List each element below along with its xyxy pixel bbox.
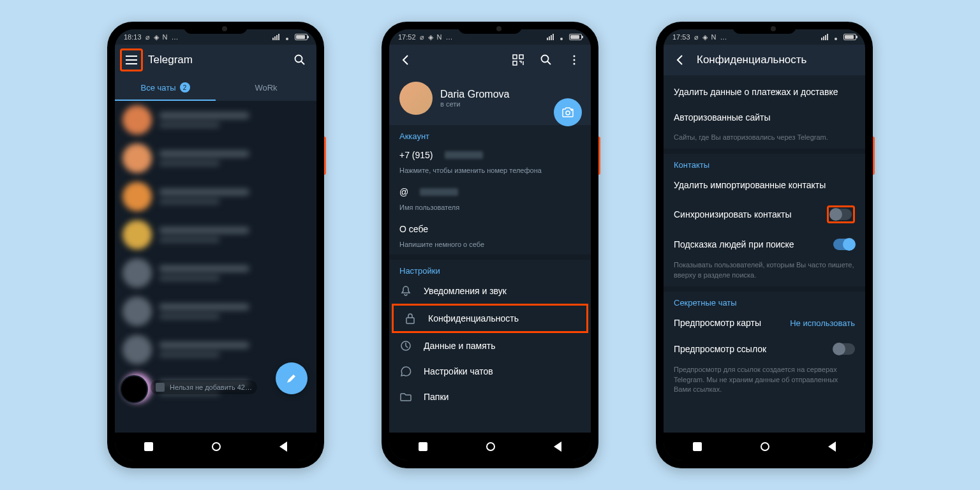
svg-point-4 [542,56,549,63]
telegram-indicator-icon: ◈ [154,33,159,41]
status-time: 17:52 [398,33,416,41]
qr-icon[interactable] [507,48,530,71]
menu-button[interactable] [120,48,143,71]
home-button[interactable] [761,442,769,451]
battery-icon [569,34,582,40]
row-sync-contacts[interactable]: Синхронизировать контакты [664,198,865,231]
section-contacts: Контакты [664,154,865,172]
signal-icon [821,34,828,40]
chat-icon [399,365,412,378]
settings-chat[interactable]: Настройки чатов [389,359,591,384]
android-navbar [664,433,865,461]
battery-icon [295,34,308,40]
data-icon [399,339,412,352]
mute-icon: ⌀ [145,33,150,41]
tab-all-chats[interactable]: Все чаты 2 [115,75,216,101]
signal-icon [272,34,279,40]
recents-button[interactable] [144,442,153,451]
battery-icon [843,34,856,40]
android-navbar [389,433,591,461]
phone-frame-2: 17:52 ⌀◈N… [382,22,598,468]
profile-status: в сети [440,100,509,108]
toggle-sync-contacts[interactable] [830,209,852,220]
redacted-username [420,188,458,196]
app-indicator-icon: N [163,33,168,41]
wifi-icon [558,34,565,40]
page-title: Конфиденциальность [697,54,860,66]
chat-list[interactable]: Нельзя не добавить 42… [115,101,316,433]
svg-rect-3 [513,61,517,65]
back-arrow-button[interactable] [394,48,417,71]
more-menu-icon[interactable] [563,48,586,71]
search-icon[interactable] [288,48,311,71]
android-navbar [115,433,316,461]
section-settings: Настройки [389,260,591,278]
tab-work[interactable]: WoRk [216,75,316,101]
tab-badge: 2 [180,82,190,93]
set-photo-fab[interactable] [554,98,582,126]
account-username-row[interactable]: @ [389,181,591,204]
account-bio-row[interactable]: О себе [389,218,591,241]
row-auth-sites[interactable]: Авторизованные сайты [664,105,865,130]
svg-rect-2 [519,55,523,59]
svg-point-8 [566,111,570,115]
row-link-preview[interactable]: Предпросмотр ссылок [664,336,865,362]
redacted-phone [445,151,483,159]
svg-point-0 [295,56,302,63]
recents-button[interactable] [419,442,427,451]
row-suggest-people[interactable]: Подсказка людей при поиске [664,231,865,258]
settings-privacy[interactable]: Конфиденциальность [392,304,588,333]
row-map-preview[interactable]: Предпросмотр карты Не использовать [664,310,865,336]
phone-frame-3: 17:53 ⌀◈N… Конфиденциальность Удалить да… [656,22,873,468]
svg-point-6 [574,59,575,61]
app-title: Telegram [148,54,283,66]
signal-icon [547,34,554,40]
status-time: 18:13 [124,33,142,41]
folder-icon [399,390,412,403]
section-secret-chats: Секретные чаты [664,292,865,310]
settings-folders[interactable]: Папки [389,384,591,410]
wifi-icon [832,34,840,40]
bell-icon [399,285,412,297]
story-bubble[interactable] [120,375,148,403]
back-button[interactable] [828,442,836,452]
wifi-icon [283,34,291,40]
settings-notifications[interactable]: Уведомления и звук [389,278,591,304]
home-button[interactable] [486,442,495,451]
search-icon[interactable] [535,48,558,71]
story-hint: Нельзя не добавить 42… [151,380,257,394]
home-button[interactable] [212,442,221,451]
status-time: 17:53 [672,33,690,41]
svg-point-7 [574,63,575,65]
toggle-suggest-people[interactable] [833,239,855,250]
back-button[interactable] [279,442,287,452]
svg-rect-1 [513,55,517,59]
compose-fab[interactable] [276,362,308,394]
section-account: Аккаунт [389,125,591,144]
settings-data[interactable]: Данные и память [389,333,591,359]
more-indicator: … [171,33,178,41]
back-arrow-button[interactable] [669,48,692,71]
row-delete-contacts[interactable]: Удалить импортированные контакты [664,172,865,198]
svg-point-5 [574,56,575,57]
avatar[interactable] [399,82,433,115]
phone-frame-1: 18:13 ⌀ ◈ N … Telegram Все чаты [107,22,324,468]
row-delete-payments[interactable]: Удалить данные о платежах и доставке [664,79,865,105]
recents-button[interactable] [693,442,702,451]
toggle-link-preview[interactable] [833,343,855,355]
account-phone-row[interactable]: +7 (915) [389,144,591,167]
profile-name: Daria Gromova [440,89,509,100]
lock-icon [404,312,417,325]
back-button[interactable] [554,442,561,452]
svg-rect-9 [406,318,414,323]
